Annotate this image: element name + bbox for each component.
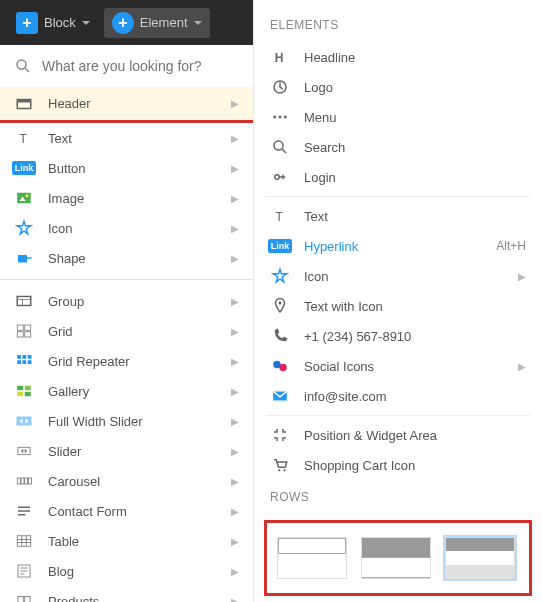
element-item-position-widget[interactable]: Position & Widget Area	[254, 420, 542, 450]
element-item-headline[interactable]: HHeadline	[254, 42, 542, 72]
chevron-right-icon: ▶	[231, 326, 239, 337]
block-label: Block	[44, 15, 76, 30]
svg-rect-26	[25, 392, 31, 397]
item-label: Shopping Cart Icon	[304, 458, 526, 473]
sidebar-item-grid[interactable]: Grid▶	[0, 316, 253, 346]
blog-icon	[14, 562, 34, 580]
plus-icon: +	[16, 12, 38, 34]
item-label: Text with Icon	[304, 299, 526, 314]
sidebar-item-image[interactable]: Image▶	[0, 183, 253, 213]
chevron-right-icon: ▶	[231, 253, 239, 264]
full-width-slider-icon	[14, 412, 34, 430]
svg-rect-30	[18, 447, 30, 455]
chevron-right-icon: ▶	[231, 566, 239, 577]
text-icon: T	[14, 129, 34, 147]
gallery-icon	[14, 382, 34, 400]
row-layout-option-3[interactable]	[445, 537, 515, 579]
divider	[266, 415, 530, 416]
svg-point-7	[26, 194, 29, 197]
sidebar-item-grid-repeater[interactable]: Grid Repeater▶	[0, 346, 253, 376]
svg-rect-34	[21, 478, 24, 484]
section-title-rows: ROWS	[254, 480, 542, 514]
phone-icon	[270, 327, 290, 345]
shopping-cart-icon	[270, 456, 290, 474]
svg-rect-15	[17, 332, 23, 337]
search-row	[0, 45, 253, 87]
sidebar-item-group[interactable]: Group▶	[0, 286, 253, 316]
sidebar-item-blog[interactable]: Blog▶	[0, 556, 253, 586]
svg-rect-22	[28, 360, 32, 364]
element-item-login[interactable]: Login	[254, 162, 542, 192]
element-menu-button[interactable]: + Element	[104, 8, 210, 38]
svg-rect-21	[23, 360, 27, 364]
item-label: Group	[48, 294, 217, 309]
chevron-right-icon: ▶	[231, 98, 239, 109]
svg-rect-5	[17, 193, 31, 204]
icon-icon	[270, 267, 290, 285]
icon-icon	[14, 219, 34, 237]
svg-text:T: T	[276, 210, 284, 224]
element-item-menu[interactable]: Menu	[254, 102, 542, 132]
search-input[interactable]	[42, 58, 239, 74]
element-item-icon[interactable]: Icon▶	[254, 261, 542, 291]
sidebar-item-products[interactable]: Products▶	[0, 586, 253, 602]
chevron-right-icon: ▶	[231, 446, 239, 457]
svg-line-59	[282, 149, 286, 153]
svg-rect-17	[17, 355, 21, 359]
svg-rect-49	[18, 597, 23, 603]
element-item-text[interactable]: TText	[254, 201, 542, 231]
chevron-right-icon: ▶	[231, 596, 239, 603]
grid-repeater-icon	[14, 352, 34, 370]
group-icon	[14, 292, 34, 310]
divider	[0, 279, 253, 280]
element-item-social-icons[interactable]: Social Icons▶	[254, 351, 542, 381]
sidebar-item-full-width-slider[interactable]: Full Width Slider▶	[0, 406, 253, 436]
svg-marker-8	[17, 221, 31, 234]
row-layout-option-2[interactable]	[361, 537, 431, 579]
block-menu-button[interactable]: + Block	[8, 8, 98, 38]
svg-rect-10	[17, 297, 31, 306]
item-label: Text	[304, 209, 526, 224]
sidebar-item-contact-form[interactable]: Contact Form▶	[0, 496, 253, 526]
sidebar-item-carousel[interactable]: Carousel▶	[0, 466, 253, 496]
shape-icon	[14, 249, 34, 267]
svg-point-55	[273, 116, 276, 119]
svg-rect-27	[17, 417, 32, 426]
item-label: Slider	[48, 444, 217, 459]
chevron-right-icon: ▶	[231, 416, 239, 427]
element-label: Element	[140, 15, 188, 30]
sidebar-item-text[interactable]: TText▶	[0, 123, 253, 153]
chevron-down-icon	[194, 21, 202, 25]
sidebar-item-icon[interactable]: Icon▶	[0, 213, 253, 243]
item-label: Hyperlink	[304, 239, 482, 254]
element-item-logo[interactable]: Logo	[254, 72, 542, 102]
sidebar-item-button[interactable]: LinkButton▶	[0, 153, 253, 183]
chevron-right-icon: ▶	[231, 356, 239, 367]
sidebar-item-gallery[interactable]: Gallery▶	[0, 376, 253, 406]
menu-icon	[270, 108, 290, 126]
sidebar-item-slider[interactable]: Slider▶	[0, 436, 253, 466]
sidebar-item-header[interactable]: Header ▶	[0, 87, 253, 123]
chevron-right-icon: ▶	[231, 536, 239, 547]
svg-point-56	[279, 116, 282, 119]
element-item-phone[interactable]: +1 (234) 567-8910	[254, 321, 542, 351]
sidebar-item-shape[interactable]: Shape▶	[0, 243, 253, 273]
image-icon	[14, 189, 34, 207]
svg-point-67	[278, 469, 280, 471]
svg-rect-13	[17, 325, 23, 330]
element-item-hyperlink[interactable]: LinkHyperlinkAlt+H	[254, 231, 542, 261]
svg-point-63	[279, 302, 282, 305]
item-label: Shape	[48, 251, 217, 266]
row-layout-option-1[interactable]	[277, 537, 347, 579]
element-item-search[interactable]: Search	[254, 132, 542, 162]
item-label: Grid	[48, 324, 217, 339]
search-icon	[270, 138, 290, 156]
sidebar-item-label: Header	[48, 96, 217, 111]
sidebar-item-table[interactable]: Table▶	[0, 526, 253, 556]
item-label: Gallery	[48, 384, 217, 399]
element-item-text-with-icon[interactable]: Text with Icon	[254, 291, 542, 321]
svg-rect-18	[23, 355, 27, 359]
element-item-shopping-cart[interactable]: Shopping Cart Icon	[254, 450, 542, 480]
chevron-right-icon: ▶	[518, 361, 526, 372]
element-item-email[interactable]: info@site.com	[254, 381, 542, 411]
